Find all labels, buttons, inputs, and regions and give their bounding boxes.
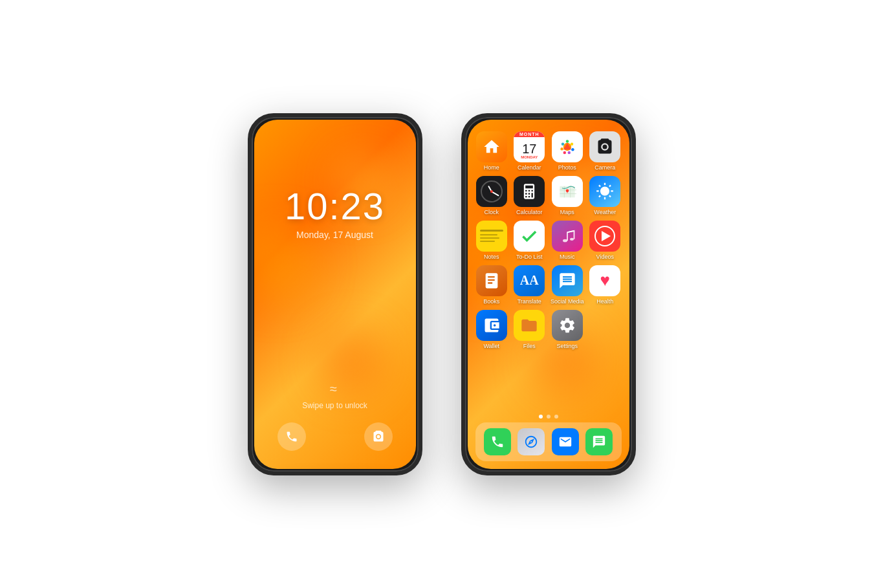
app-translate[interactable]: AA Translate bbox=[512, 265, 547, 305]
notes-label: Notes bbox=[484, 254, 499, 260]
home-icon bbox=[476, 131, 507, 162]
todo-label: To-Do List bbox=[516, 254, 543, 260]
app-photos[interactable]: Photos bbox=[550, 131, 585, 171]
clock-label: Clock bbox=[484, 209, 499, 215]
settings-icon bbox=[552, 310, 583, 341]
dock-messages[interactable] bbox=[585, 428, 613, 455]
videos-icon bbox=[589, 221, 620, 252]
svg-point-1 bbox=[566, 140, 569, 142]
svg-point-11 bbox=[563, 239, 567, 242]
calendar-icon: MONTH 17 MONDAY bbox=[514, 131, 545, 162]
wallet-icon bbox=[476, 310, 507, 341]
app-videos[interactable]: Videos bbox=[587, 221, 623, 260]
app-clock[interactable]: Clock bbox=[474, 176, 510, 215]
heart-symbol: ♥ bbox=[600, 270, 610, 290]
lock-bottom-icons bbox=[254, 422, 416, 451]
health-icon: ♥ bbox=[589, 265, 620, 296]
app-calculator[interactable]: Calculator bbox=[512, 176, 547, 215]
page-dots bbox=[468, 415, 629, 419]
cal-month: MONTH bbox=[514, 131, 545, 137]
maps-icon bbox=[552, 176, 583, 207]
app-settings[interactable]: Settings bbox=[550, 310, 585, 349]
app-wallet[interactable]: Wallet bbox=[474, 310, 510, 349]
weather-icon bbox=[589, 176, 620, 207]
dot-1 bbox=[539, 415, 543, 419]
svg-point-2 bbox=[571, 142, 573, 145]
dock-compass[interactable] bbox=[518, 428, 545, 455]
cal-day: 17 bbox=[522, 142, 536, 155]
swipe-text: Swipe up to unlock bbox=[302, 401, 367, 410]
calculator-icon bbox=[514, 176, 545, 207]
files-icon bbox=[514, 310, 545, 341]
lock-time: 10:23 bbox=[254, 184, 416, 228]
social-icon bbox=[552, 265, 583, 296]
lock-screen: 10:23 Monday, 17 August ≈ Swipe up to un… bbox=[254, 120, 416, 469]
calculator-label: Calculator bbox=[516, 209, 543, 215]
notes-icon bbox=[476, 221, 507, 252]
svg-point-6 bbox=[560, 147, 563, 150]
cal-dow: MONDAY bbox=[521, 155, 538, 159]
app-notes[interactable]: Notes bbox=[474, 221, 510, 260]
left-phone: 10:23 Monday, 17 August ≈ Swipe up to un… bbox=[248, 113, 422, 475]
settings-label: Settings bbox=[556, 343, 578, 349]
todo-icon bbox=[514, 221, 545, 252]
camera-shortcut[interactable] bbox=[364, 422, 393, 451]
home-screen: Home MONTH 17 MONDAY Calendar bbox=[468, 120, 629, 469]
books-icon bbox=[476, 265, 507, 296]
wallet-label: Wallet bbox=[483, 343, 499, 349]
svg-point-3 bbox=[571, 147, 574, 150]
swipe-arrows: ≈ bbox=[254, 382, 416, 397]
camera-icon bbox=[589, 131, 620, 162]
svg-point-5 bbox=[563, 151, 565, 153]
dot-2 bbox=[547, 415, 551, 419]
weather-label: Weather bbox=[594, 209, 616, 215]
dock bbox=[475, 422, 622, 461]
app-music[interactable]: Music bbox=[550, 221, 585, 260]
social-label: Social Media bbox=[551, 298, 584, 305]
health-label: Health bbox=[596, 298, 613, 305]
right-phone: Home MONTH 17 MONDAY Calendar bbox=[461, 113, 636, 475]
translate-icon: AA bbox=[514, 265, 545, 296]
phone-shortcut[interactable] bbox=[278, 422, 306, 451]
app-todo[interactable]: To-Do List bbox=[512, 221, 547, 260]
dot-3 bbox=[554, 415, 558, 419]
maps-label: Maps bbox=[560, 209, 574, 215]
translate-label: Translate bbox=[518, 298, 541, 305]
app-grid: Home MONTH 17 MONDAY Calendar bbox=[474, 131, 623, 349]
camera-label: Camera bbox=[594, 164, 615, 171]
swipe-hint: ≈ Swipe up to unlock bbox=[254, 382, 416, 411]
svg-point-7 bbox=[561, 142, 564, 145]
svg-point-12 bbox=[570, 237, 574, 240]
dock-phone[interactable] bbox=[484, 428, 511, 455]
app-books[interactable]: Books bbox=[474, 265, 510, 305]
music-icon bbox=[552, 221, 583, 252]
books-label: Books bbox=[483, 298, 499, 305]
photos-icon bbox=[552, 131, 583, 162]
app-calendar[interactable]: MONTH 17 MONDAY Calendar bbox=[512, 131, 547, 171]
app-health[interactable]: ♥ Health bbox=[587, 265, 623, 305]
music-label: Music bbox=[560, 254, 575, 260]
app-maps[interactable]: Maps bbox=[550, 176, 585, 215]
app-camera[interactable]: Camera bbox=[587, 131, 623, 171]
clock-icon bbox=[476, 176, 507, 207]
calendar-label: Calendar bbox=[518, 164, 541, 171]
files-label: Files bbox=[523, 343, 536, 349]
videos-label: Videos bbox=[596, 254, 614, 260]
dock-mail[interactable] bbox=[552, 428, 579, 455]
app-files[interactable]: Files bbox=[512, 310, 547, 349]
photos-label: Photos bbox=[558, 164, 576, 171]
app-weather[interactable]: Weather bbox=[587, 176, 623, 215]
lock-date: Monday, 17 August bbox=[254, 230, 416, 240]
home-label: Home bbox=[484, 164, 499, 171]
app-home[interactable]: Home bbox=[474, 131, 510, 171]
app-social[interactable]: Social Media bbox=[550, 265, 585, 305]
svg-point-4 bbox=[567, 151, 570, 153]
